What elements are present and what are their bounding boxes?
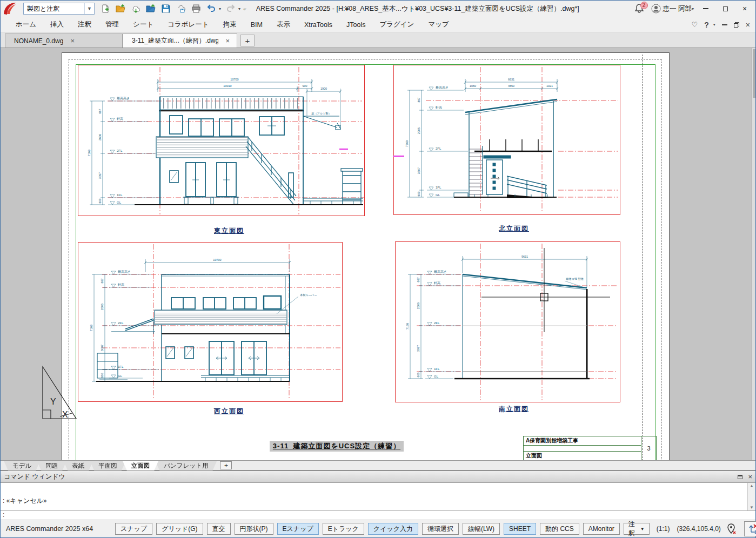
minimize-button[interactable] — [698, 3, 713, 15]
sheet-tab-elevation[interactable]: 立面図 — [123, 461, 159, 470]
menu-constrain[interactable]: 拘束 — [223, 20, 237, 29]
toggle-quickinput[interactable]: クイック入力 — [368, 523, 418, 535]
annotation-text: 木製ルーバー — [300, 293, 317, 297]
help-dropdown-caret[interactable]: ▾ — [713, 22, 715, 27]
viewport-south-elevation[interactable]: 9631 667 2606 3097 600 7169 最高高さ 軒高 2FL … — [395, 241, 620, 402]
level-label: GL — [117, 201, 122, 204]
menu-manage[interactable]: 管理 — [105, 20, 119, 29]
open-from-cloud-button[interactable] — [130, 3, 141, 14]
menu-collaborate[interactable]: コラボレート — [168, 20, 209, 29]
redo-button[interactable] — [225, 3, 236, 14]
viewport-north-elevation[interactable]: 6631 1060 4550 1021 867 2905 3607 600 71… — [393, 65, 620, 215]
menu-xtratools[interactable]: XtraTools — [304, 21, 332, 29]
menu-jtools[interactable]: JTools — [346, 21, 365, 29]
dim-text: 1900 — [320, 87, 327, 90]
sheet-tab-model[interactable]: モデル — [4, 461, 40, 470]
add-sheet-button[interactable]: + — [220, 461, 232, 469]
menu-plugins[interactable]: プラグイン — [379, 20, 414, 29]
doc-restore-button[interactable] — [734, 22, 739, 28]
dim-text: 7169 — [406, 323, 409, 329]
titleblock-empty-row — [524, 446, 641, 452]
toggle-grid[interactable]: グリッド(G) — [156, 523, 203, 535]
doc-close-button[interactable]: × — [746, 21, 750, 29]
toggle-polar[interactable]: 円形状(P) — [235, 523, 273, 535]
close-icon[interactable]: × — [224, 37, 231, 45]
sheet-tab-cover[interactable]: 表紙 — [63, 461, 93, 470]
maximize-button[interactable] — [718, 3, 733, 15]
favorite-icon[interactable]: ♡ — [692, 21, 698, 29]
close-icon[interactable]: × — [69, 37, 76, 45]
dim-text: 7169 — [88, 150, 91, 156]
undo-button[interactable] — [206, 3, 217, 14]
viewport-east-elevation[interactable]: 10700 10010 900 667 2606 3097 600 7169 最… — [78, 65, 365, 216]
float-window-icon[interactable] — [738, 475, 742, 479]
dim-text: 667 — [98, 109, 102, 113]
scroll-up-icon[interactable]: ▲ — [750, 483, 754, 488]
menu-view[interactable]: 表示 — [277, 20, 290, 29]
import-folder-button[interactable] — [145, 3, 156, 14]
toggle-snap[interactable]: スナップ — [115, 523, 152, 535]
sheet-tab-problem[interactable]: 問題 — [37, 461, 66, 470]
menu-map[interactable]: マップ — [428, 20, 449, 29]
command-line: : «キャンセル» — [3, 496, 80, 505]
user-account-menu[interactable]: 恵一 阿部 ▾ — [651, 4, 694, 14]
new-document-tab-button[interactable]: + — [240, 35, 255, 46]
level-label: 最高高さ — [118, 270, 131, 273]
command-history[interactable]: : «キャンセル» : «キャンセル» : 反対側のコーナーを指定: ▲ ▼ — [1, 483, 755, 510]
undo-dropdown-caret[interactable]: ▾ — [219, 6, 221, 11]
canvas-scrollbar[interactable] — [752, 48, 755, 460]
view-label-east: 東立面図 — [197, 226, 262, 236]
notifications-button[interactable]: 2 — [634, 3, 647, 15]
toggle-cycleselect[interactable]: 循環選択 — [422, 523, 459, 535]
help-button[interactable]: ? — [704, 21, 709, 29]
menu-insert[interactable]: 挿入 — [50, 20, 64, 29]
doc-minimize-button[interactable] — [722, 24, 727, 25]
magenta-tick — [393, 156, 404, 157]
ucs-icon: Y X — [36, 364, 82, 424]
toggle-ortho[interactable]: 直交 — [207, 523, 231, 535]
viewport-west-elevation[interactable]: 10700 667 2606 3097 600 7169 最高高さ 軒高 2FL… — [78, 242, 343, 402]
dim-text: 900 — [302, 84, 307, 88]
save-button[interactable] — [160, 3, 171, 14]
save-to-cloud-button[interactable] — [176, 3, 186, 14]
dim-text: 600 — [417, 372, 420, 377]
command-input[interactable]: : — [1, 510, 755, 520]
quick-access-toolbar: ▾ ▾ ⌄̶ — [98, 3, 249, 14]
workspace-dropdown[interactable]: 製図と注釈 ▼ — [23, 3, 95, 15]
chevron-down-icon[interactable]: ▼ — [84, 3, 94, 14]
level-label: 1FL — [436, 186, 441, 189]
level-label: 軒高 — [117, 117, 123, 120]
geolocation-button[interactable] — [725, 522, 739, 536]
sheet-tab-pamphlet[interactable]: パンフレット用 — [155, 461, 217, 470]
menu-sheet[interactable]: シート — [133, 20, 153, 29]
toggle-dynamic-ccs[interactable]: 動的 CCS — [540, 523, 579, 535]
doc-tab-current[interactable]: 3-11_建築立面...（練習）.dwg* × — [123, 33, 237, 48]
open-file-button[interactable] — [115, 3, 126, 14]
close-icon[interactable]: × — [748, 473, 752, 481]
ucs-toggle-button[interactable] — [744, 521, 756, 536]
drawing-canvas[interactable]: 10700 10010 900 667 2606 3097 600 7169 最… — [1, 48, 755, 460]
command-scrollbar[interactable]: ▲ ▼ — [747, 483, 755, 510]
toggle-esnap[interactable]: Eスナップ — [277, 523, 319, 535]
doc-tab-noname[interactable]: NONAME_0.dwg × — [5, 33, 123, 48]
close-button[interactable]: × — [737, 3, 752, 15]
menu-annotate[interactable]: 注釈 — [78, 20, 91, 29]
annotation-text: 庇（アルミ製） — [311, 112, 331, 116]
toggle-amonitor[interactable]: AMonitor — [583, 523, 620, 535]
redo-dropdown-caret[interactable]: ▾ — [238, 6, 240, 11]
qat-customize-caret[interactable]: ⌄̶ — [243, 6, 246, 11]
annotation-scale-dropdown[interactable]: 注釈 ▼ — [624, 523, 650, 535]
user-dropdown-caret[interactable]: ▾ — [692, 6, 694, 11]
sheet-tab-plan[interactable]: 平面図 — [90, 461, 126, 470]
scroll-down-icon[interactable]: ▼ — [750, 505, 754, 510]
level-label: 最高高さ — [434, 270, 447, 273]
menu-home[interactable]: ホーム — [16, 20, 36, 29]
menu-bim[interactable]: BIM — [251, 21, 263, 29]
print-button[interactable] — [191, 3, 202, 14]
new-file-button[interactable] — [100, 3, 111, 14]
toggle-sheet[interactable]: SHEET — [504, 523, 536, 535]
toggle-lineweight[interactable]: 線幅(LW) — [463, 523, 500, 535]
dim-text: 9631 — [521, 255, 528, 258]
command-window-titlebar[interactable]: コマンド ウィンドウ × — [1, 471, 755, 483]
toggle-etrack[interactable]: Eトラック — [323, 523, 364, 535]
